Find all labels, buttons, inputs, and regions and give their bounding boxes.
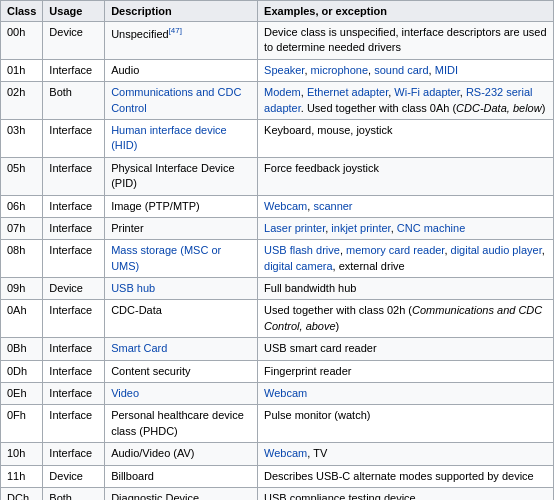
cell-usage: Interface [43, 217, 105, 239]
cell-class: 0Ah [1, 300, 43, 338]
cell-usage: Interface [43, 240, 105, 278]
cell-class: DCh [1, 487, 43, 500]
cell-description: USB hub [105, 278, 258, 300]
table-row: 03hInterfaceHuman interface device (HID)… [1, 119, 554, 157]
cell-description: CDC-Data [105, 300, 258, 338]
cell-usage: Both [43, 487, 105, 500]
cell-examples: USB compliance testing device [258, 487, 554, 500]
header-examples: Examples, or exception [258, 1, 554, 22]
cell-class: 05h [1, 157, 43, 195]
cell-class: 02h [1, 82, 43, 120]
cell-class: 11h [1, 465, 43, 487]
cell-examples: Fingerprint reader [258, 360, 554, 382]
table-row: 07hInterfacePrinterLaser printer, inkjet… [1, 217, 554, 239]
cell-examples: Full bandwidth hub [258, 278, 554, 300]
header-class: Class [1, 1, 43, 22]
cell-description: Smart Card [105, 338, 258, 360]
cell-examples: Webcam, TV [258, 443, 554, 465]
table-row: 09hDeviceUSB hubFull bandwidth hub [1, 278, 554, 300]
cell-description: Communications and CDC Control [105, 82, 258, 120]
table-row: 06hInterfaceImage (PTP/MTP)Webcam, scann… [1, 195, 554, 217]
cell-usage: Interface [43, 300, 105, 338]
cell-usage: Interface [43, 360, 105, 382]
table-row: 0BhInterfaceSmart CardUSB smart card rea… [1, 338, 554, 360]
cell-examples: Speaker, microphone, sound card, MIDI [258, 59, 554, 81]
table-row: 01hInterfaceAudioSpeaker, microphone, so… [1, 59, 554, 81]
table-row: 08hInterfaceMass storage (MSC or UMS)USB… [1, 240, 554, 278]
table-row: 02hBothCommunications and CDC ControlMod… [1, 82, 554, 120]
cell-usage: Interface [43, 157, 105, 195]
table-row: 0AhInterfaceCDC-DataUsed together with c… [1, 300, 554, 338]
cell-usage: Interface [43, 405, 105, 443]
cell-class: 0Bh [1, 338, 43, 360]
desc-link[interactable]: Mass storage (MSC or UMS) [111, 244, 221, 271]
cell-examples: Keyboard, mouse, joystick [258, 119, 554, 157]
table-row: DChBothDiagnostic DeviceUSB compliance t… [1, 487, 554, 500]
cell-class: 01h [1, 59, 43, 81]
cell-examples: Modem, Ethernet adapter, Wi-Fi adapter, … [258, 82, 554, 120]
desc-link[interactable]: Video [111, 387, 139, 399]
cell-description: Physical Interface Device (PID) [105, 157, 258, 195]
table-row: 0EhInterfaceVideoWebcam [1, 383, 554, 405]
cell-examples: Used together with class 02h (Communicat… [258, 300, 554, 338]
cell-examples: Device class is unspecified, interface d… [258, 22, 554, 60]
cell-class: 03h [1, 119, 43, 157]
cell-description: Unspecified[47] [105, 22, 258, 60]
usb-class-table: Class Usage Description Examples, or exc… [0, 0, 554, 500]
cell-class: 10h [1, 443, 43, 465]
table-header-row: Class Usage Description Examples, or exc… [1, 1, 554, 22]
cell-class: 0Fh [1, 405, 43, 443]
cell-examples: Pulse monitor (watch) [258, 405, 554, 443]
cell-description: Human interface device (HID) [105, 119, 258, 157]
cell-class: 00h [1, 22, 43, 60]
cell-description: Mass storage (MSC or UMS) [105, 240, 258, 278]
cell-description: Personal healthcare device class (PHDC) [105, 405, 258, 443]
cell-usage: Interface [43, 338, 105, 360]
cell-class: 0Eh [1, 383, 43, 405]
cell-usage: Interface [43, 119, 105, 157]
cell-usage: Both [43, 82, 105, 120]
table-row: 0DhInterfaceContent securityFingerprint … [1, 360, 554, 382]
table-row: 11hDeviceBillboardDescribes USB-C altern… [1, 465, 554, 487]
cell-description: Diagnostic Device [105, 487, 258, 500]
header-usage: Usage [43, 1, 105, 22]
table-row: 00hDeviceUnspecified[47]Device class is … [1, 22, 554, 60]
cell-examples: Describes USB-C alternate modes supporte… [258, 465, 554, 487]
desc-link[interactable]: USB hub [111, 282, 155, 294]
cell-description: Audio [105, 59, 258, 81]
cell-usage: Interface [43, 383, 105, 405]
cell-examples: Webcam [258, 383, 554, 405]
cell-examples: Force feedback joystick [258, 157, 554, 195]
cell-examples: USB flash drive, memory card reader, dig… [258, 240, 554, 278]
desc-link[interactable]: Smart Card [111, 342, 167, 354]
cell-description: Video [105, 383, 258, 405]
table-row: 05hInterfacePhysical Interface Device (P… [1, 157, 554, 195]
desc-link[interactable]: Human interface device (HID) [111, 124, 227, 151]
cell-usage: Device [43, 465, 105, 487]
cell-description: Image (PTP/MTP) [105, 195, 258, 217]
table-row: 0FhInterfacePersonal healthcare device c… [1, 405, 554, 443]
cell-description: Printer [105, 217, 258, 239]
cell-usage: Interface [43, 59, 105, 81]
cell-usage: Interface [43, 195, 105, 217]
cell-description: Billboard [105, 465, 258, 487]
cell-class: 07h [1, 217, 43, 239]
cell-usage: Device [43, 22, 105, 60]
cell-class: 0Dh [1, 360, 43, 382]
cell-usage: Interface [43, 443, 105, 465]
cell-description: Content security [105, 360, 258, 382]
cell-examples: USB smart card reader [258, 338, 554, 360]
cell-class: 08h [1, 240, 43, 278]
cell-examples: Laser printer, inkjet printer, CNC machi… [258, 217, 554, 239]
desc-link[interactable]: Communications and CDC Control [111, 86, 241, 113]
cell-examples: Webcam, scanner [258, 195, 554, 217]
header-description: Description [105, 1, 258, 22]
table-row: 10hInterfaceAudio/Video (AV)Webcam, TV [1, 443, 554, 465]
cell-class: 09h [1, 278, 43, 300]
cell-class: 06h [1, 195, 43, 217]
cell-description: Audio/Video (AV) [105, 443, 258, 465]
cell-usage: Device [43, 278, 105, 300]
